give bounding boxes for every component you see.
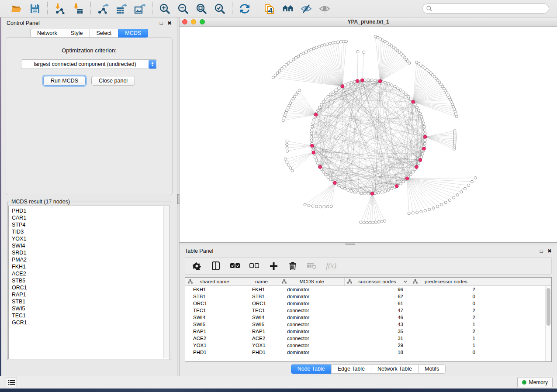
mcds-result-list[interactable]: PHD1CAR1STP4TID3YOX1SWI4SRD1PMA2FKH1ACE2… [8,206,170,359]
maximize-window-icon[interactable] [200,19,205,24]
mcds-node-item[interactable]: PMA2 [12,256,170,263]
zoom-out-button[interactable] [177,3,189,15]
minimize-window-icon[interactable] [191,19,196,24]
table-settings-button[interactable] [191,261,202,271]
mcds-node-item[interactable]: FKH1 [12,263,170,270]
mcds-node-item[interactable]: SRD1 [12,249,170,256]
control-panel-title: Control Panel [7,20,40,26]
mcds-node-item[interactable]: TEC1 [12,312,170,319]
close-panel-icon[interactable]: ✖ [167,21,172,26]
open-session-button[interactable] [10,3,23,15]
table-scrollbar[interactable] [545,286,551,361]
mcds-node-item[interactable]: PHD1 [12,207,170,214]
hide-selected-button[interactable] [300,3,312,15]
status-list-button[interactable] [6,378,17,387]
close-window-icon[interactable] [182,19,187,24]
import-network-button[interactable] [54,3,66,15]
table-cell: 2 [410,308,482,313]
table-row[interactable]: STB1STB1dominator620 [185,293,551,300]
save-session-button[interactable] [29,3,41,15]
float-panel-icon[interactable]: □ [540,248,543,254]
select-all-rows-button[interactable] [230,261,240,271]
column-header-MCDS-role[interactable]: MCDS role [279,278,345,285]
table-cell: SWI4 [185,315,244,320]
control-panel-tabs: NetworkStyleSelectMCDS [1,29,177,38]
table-cell: STB1 [244,294,279,299]
status-bar: Memory [0,376,557,389]
tab-select[interactable]: Select [90,29,119,38]
dropdown-selected-value: largest connected component (undirected) [21,61,149,67]
tab-mcds[interactable]: MCDS [118,29,148,38]
delete-table-button[interactable] [307,261,317,271]
show-hidden-button[interactable] [318,3,331,15]
show-all-button[interactable] [282,3,294,15]
mcds-node-item[interactable]: SWI4 [12,242,170,249]
mcds-node-item[interactable]: YOX1 [12,235,170,242]
tab-edge-table[interactable]: Edge Table [331,364,371,374]
zoom-selected-button[interactable] [214,3,226,15]
export-table-button[interactable] [115,3,128,15]
table-row[interactable]: FKH1FKH1dominator962 [185,286,551,293]
mcds-node-item[interactable]: ACE2 [12,270,170,277]
float-panel-icon[interactable]: □ [160,21,163,26]
mcds-node-item[interactable]: GCR1 [12,319,170,326]
run-mcds-button[interactable]: Run MCDS [43,76,86,86]
table-row[interactable]: ORC1ORC1dominator610 [185,300,551,307]
mcds-node-item[interactable]: RAP1 [12,291,170,298]
table-cell: SWI5 [244,322,279,327]
column-header-shared-name[interactable]: shared name [185,278,244,285]
mcds-result-groupbox: MCDS result (17 nodes) PHD1CAR1STP4TID3Y… [7,199,171,360]
table-row[interactable]: PHD1PHD1dominator180 [185,349,551,356]
zoom-fit-button[interactable] [195,3,208,15]
close-panel-button[interactable]: Close panel [91,76,135,86]
mcds-node-item[interactable]: STP4 [12,221,170,228]
close-panel-icon[interactable]: ✖ [547,248,552,254]
table-cell: YOX1 [244,343,279,348]
search-input[interactable] [435,6,545,12]
mcds-node-item[interactable]: CAR1 [12,214,170,221]
mcds-list-scrollbar[interactable] [163,206,169,358]
refresh-layout-button[interactable] [239,3,251,15]
column-header-successor-nodes[interactable]: successor nodes [345,278,410,285]
main-toolbar [0,0,557,17]
optimization-criterion-label: Optimization criterion: [62,47,117,54]
column-view-button[interactable] [211,261,221,271]
mcds-node-item[interactable]: STB5 [12,277,170,284]
zoom-in-button[interactable] [159,3,171,15]
table-row[interactable]: RAP1RAP1dominator352 [185,328,551,335]
table-row[interactable]: YOX1YOX1connector291 [185,342,551,349]
checked-boxes-icon [230,263,240,268]
tab-motifs[interactable]: Motifs [418,364,446,374]
mcds-node-item[interactable]: SWI5 [12,305,170,312]
mcds-node-item[interactable]: ORC1 [12,284,170,291]
scrollbar-thumb[interactable] [547,288,550,326]
function-builder-button[interactable]: f(x) [326,261,336,271]
horizontal-splitter[interactable] [180,243,557,245]
export-network-button[interactable] [97,3,109,15]
table-row[interactable]: SWI5SWI5connector431 [185,321,551,328]
new-network-from-selection-button[interactable] [263,3,276,15]
memory-button[interactable]: Memory [517,378,553,387]
add-column-button[interactable] [268,261,279,271]
mcds-node-item[interactable]: TID3 [12,228,170,235]
tab-network[interactable]: Network [30,29,64,38]
table-row[interactable]: SWI4SWI4dominator462 [185,314,551,321]
optimization-criterion-select[interactable]: largest connected component (undirected)… [21,59,157,69]
deselect-all-rows-button[interactable] [249,261,259,271]
splitter-grip[interactable] [346,243,355,245]
network-canvas[interactable] [180,27,557,242]
column-header-name[interactable]: name [244,278,279,285]
table-row[interactable]: ACE2ACE2connector311 [185,335,551,342]
export-image-button[interactable] [134,3,146,15]
import-table-button[interactable] [72,3,84,15]
tab-style[interactable]: Style [64,29,90,38]
mcds-node-item[interactable]: STB1 [12,298,170,305]
column-label: successor nodes [358,279,396,284]
delete-column-button[interactable] [287,261,298,271]
tab-node-table[interactable]: Node Table [291,364,332,374]
table-row[interactable]: TEC1TEC1connector472 [185,307,551,314]
network-window-titlebar[interactable]: YPA_prune.txt_1 [180,17,557,27]
column-header-predecessor-nodes[interactable]: predecessor nodes [410,278,482,285]
tab-network-table[interactable]: Network Table [371,364,419,374]
search-box[interactable] [422,3,549,14]
